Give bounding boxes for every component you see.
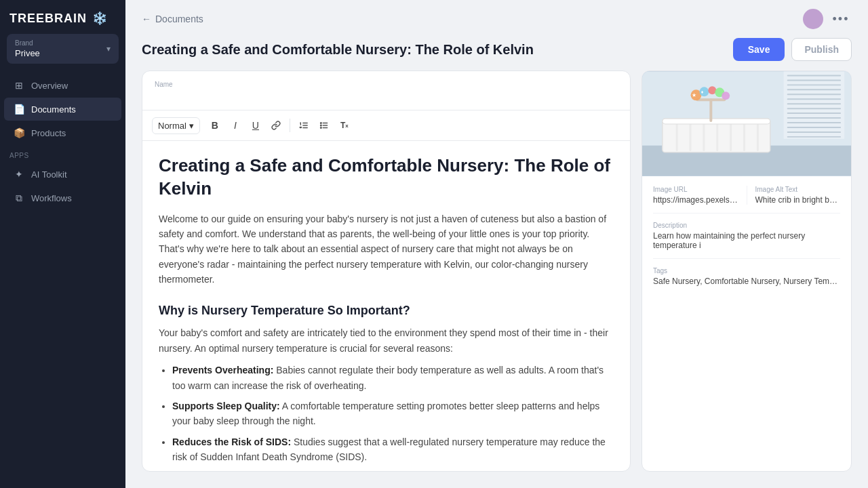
- chevron-down-icon: ▾: [106, 44, 111, 54]
- description-row: Description Learn how maintaining the pe…: [653, 222, 840, 259]
- publish-button[interactable]: Publish: [791, 38, 852, 61]
- name-label: Name: [155, 81, 618, 88]
- breadcrumb[interactable]: ← Documents: [142, 14, 203, 24]
- bold-button[interactable]: B: [205, 116, 224, 135]
- sidebar-item-workflows-label: Workflows: [31, 193, 72, 203]
- doc-bullets: Prevents Overheating: Babies cannot regu…: [172, 363, 614, 464]
- brand-name: Privee: [15, 48, 40, 58]
- nav-main: ⊞ Overview 📄 Documents 📦 Products: [0, 73, 125, 145]
- tags-row: Tags Safe Nursery, Comfortable Nursery, …: [653, 267, 840, 294]
- style-selector-chevron: ▾: [189, 121, 194, 131]
- brand-selector[interactable]: Brand Privee ▾: [7, 34, 119, 64]
- topbar: ← Documents •••: [125, 0, 868, 38]
- doc-h1: Creating a Safe and Comfortable Nursery:…: [159, 155, 614, 201]
- tags-field: Tags Safe Nursery, Comfortable Nursery, …: [653, 267, 840, 286]
- svg-rect-16: [787, 89, 841, 90]
- sidebar-item-ai-toolkit[interactable]: ✦ AI Toolkit: [4, 163, 121, 186]
- unordered-list-button[interactable]: [315, 116, 334, 135]
- ai-toolkit-icon: ✦: [14, 169, 24, 180]
- image-alt-value[interactable]: White crib in bright bedro: [755, 195, 841, 205]
- three-dots-menu[interactable]: •••: [830, 8, 852, 30]
- svg-rect-22: [787, 117, 841, 119]
- list-item: Supports Sleep Quality: A comfortable te…: [172, 399, 614, 429]
- page-title: Creating a Safe and Comfortable Nursery:…: [142, 42, 534, 58]
- image-url-field: Image URL https://images.pexels.cor: [653, 186, 738, 205]
- topbar-actions: •••: [803, 8, 852, 30]
- sidebar-item-overview-label: Overview: [31, 81, 68, 91]
- bullet-title-2: Supports Sleep Quality:: [172, 401, 280, 411]
- breadcrumb-label: Documents: [155, 14, 203, 24]
- bullet-title-1: Prevents Overheating:: [172, 365, 273, 375]
- tags-label: Tags: [653, 267, 840, 274]
- svg-rect-20: [787, 108, 841, 109]
- header-buttons: Save Publish: [733, 38, 852, 61]
- svg-point-42: [722, 92, 730, 100]
- sidebar: TREEBRAIN ❄️ Brand Privee ▾ ⊞ Overview 📄…: [0, 0, 125, 488]
- svg-rect-28: [676, 120, 678, 151]
- svg-point-6: [320, 123, 321, 124]
- back-arrow-icon: ←: [142, 14, 151, 24]
- svg-rect-15: [787, 84, 841, 85]
- sidebar-item-products-label: Products: [31, 128, 66, 138]
- right-panel: ★ ♦ Image URL https://images.pexels.cor …: [642, 70, 852, 472]
- doc-intro: Welcome to our guide on ensuring your ba…: [159, 211, 614, 287]
- svg-rect-17: [787, 94, 841, 95]
- svg-rect-21: [787, 113, 841, 114]
- svg-rect-25: [787, 131, 841, 133]
- svg-rect-13: [787, 75, 841, 76]
- svg-rect-14: [787, 79, 841, 81]
- description-label: Description: [653, 222, 840, 229]
- svg-rect-23: [787, 122, 841, 123]
- sidebar-item-ai-toolkit-label: AI Toolkit: [31, 169, 67, 180]
- svg-rect-24: [787, 127, 841, 128]
- list-item: Prevents Overheating: Babies cannot regu…: [172, 363, 614, 393]
- nav-apps: ✦ AI Toolkit ⧉ Workflows: [0, 162, 125, 210]
- documents-icon: 📄: [14, 104, 24, 115]
- doc-para-1: Your baby's comfort and safety are intri…: [159, 325, 614, 356]
- image-url-value[interactable]: https://images.pexels.cor: [653, 195, 738, 205]
- style-selector[interactable]: Normal ▾: [152, 117, 200, 134]
- logo-area: TREEBRAIN ❄️: [0, 0, 125, 34]
- list-item: Reduces the Risk of SIDS: Studies sugges…: [172, 434, 614, 465]
- svg-rect-19: [787, 103, 841, 104]
- sidebar-item-documents[interactable]: 📄 Documents: [4, 98, 121, 121]
- workflows-icon: ⧉: [14, 192, 24, 203]
- underline-button[interactable]: U: [246, 116, 265, 135]
- apps-section-label: APPS: [0, 145, 125, 162]
- products-icon: 📦: [14, 127, 24, 138]
- sidebar-item-overview[interactable]: ⊞ Overview: [4, 74, 121, 97]
- ordered-list-button[interactable]: [294, 116, 313, 135]
- svg-point-8: [320, 127, 321, 129]
- save-button[interactable]: Save: [733, 38, 785, 61]
- link-button[interactable]: [267, 116, 285, 135]
- svg-rect-33: [743, 120, 745, 151]
- image-alt-field: Image Alt Text White crib in bright bedr…: [747, 186, 841, 205]
- bullet-title-3: Reduces the Risk of SIDS:: [172, 436, 291, 447]
- content-area: Name Normal ▾ B I U: [125, 70, 868, 488]
- name-input[interactable]: [155, 92, 618, 102]
- nursery-illustration: ★ ♦: [642, 71, 851, 176]
- brand-label: Brand: [15, 39, 40, 47]
- svg-rect-31: [716, 120, 718, 151]
- italic-button[interactable]: I: [226, 116, 245, 135]
- clear-format-button[interactable]: Tx: [335, 116, 354, 135]
- logo-text: TREEBRAIN: [9, 12, 87, 26]
- svg-rect-29: [690, 120, 692, 151]
- sidebar-item-products[interactable]: 📦 Products: [4, 121, 121, 144]
- sidebar-item-workflows[interactable]: ⧉ Workflows: [4, 186, 121, 209]
- image-url-label: Image URL: [653, 186, 738, 193]
- svg-rect-37: [696, 98, 726, 101]
- thumbnail-image: ★ ♦: [642, 71, 851, 176]
- sidebar-item-documents-label: Documents: [31, 104, 76, 115]
- svg-text:♦: ♦: [701, 89, 704, 94]
- main-content: ← Documents ••• Creating a Safe and Comf…: [125, 0, 868, 488]
- doc-content[interactable]: Creating a Safe and Comfortable Nursery:…: [142, 141, 630, 471]
- overview-icon: ⊞: [14, 80, 24, 91]
- meta-fields: Image URL https://images.pexels.cor Imag…: [642, 176, 851, 304]
- svg-rect-26: [787, 136, 841, 138]
- tags-value[interactable]: Safe Nursery, Comfortable Nursery, Nurse…: [653, 277, 840, 286]
- page-header: Creating a Safe and Comfortable Nursery:…: [125, 38, 868, 70]
- description-value[interactable]: Learn how maintaining the perfect nurser…: [653, 231, 840, 250]
- svg-point-7: [320, 125, 321, 126]
- description-field: Description Learn how maintaining the pe…: [653, 222, 840, 250]
